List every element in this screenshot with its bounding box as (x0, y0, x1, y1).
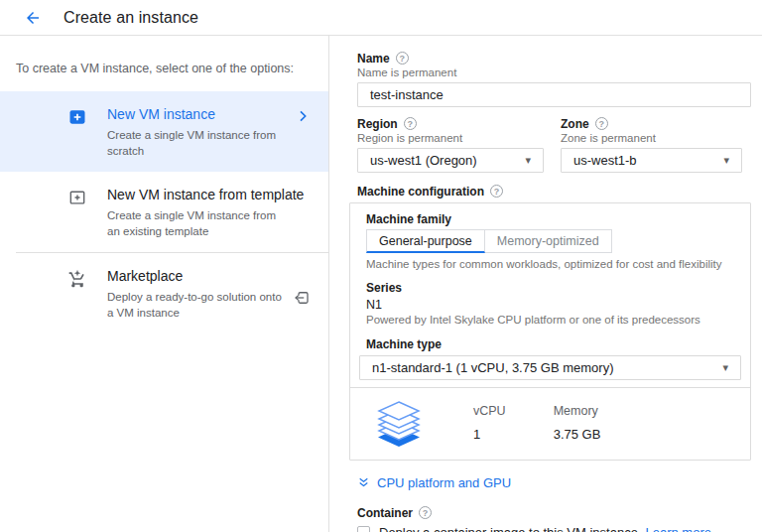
machine-configuration-panel: Machine family General-purpose Memory-op… (349, 202, 751, 461)
machine-configuration-help-icon[interactable]: ? (490, 185, 503, 198)
deploy-container-checkbox-label: Deploy a container image to this VM inst… (379, 525, 641, 532)
region-help-icon[interactable]: ? (404, 117, 417, 130)
container-label: Container (357, 506, 413, 520)
double-chevron-down-icon (357, 476, 370, 489)
machine-type-label: Machine type (366, 337, 734, 351)
machine-family-tabs: General-purpose Memory-optimized (366, 229, 734, 253)
layers-stack-icon (372, 398, 426, 448)
zone-help-icon[interactable]: ? (595, 117, 608, 130)
sidebar-item-new-vm-instance[interactable]: New VM instance Create a single VM insta… (0, 91, 328, 172)
learn-more-link[interactable]: Learn more (645, 525, 710, 532)
tab-memory-optimized[interactable]: Memory-optimized (485, 229, 612, 253)
sidebar-item-marketplace[interactable]: Marketplace Deploy a ready-to-go solutio… (0, 253, 328, 333)
options-sidebar: To create a VM instance, select one of t… (0, 36, 329, 532)
deploy-container-checkbox[interactable] (357, 526, 370, 532)
open-in-panel-icon (293, 289, 311, 307)
series-label: Series (366, 281, 734, 295)
add-vm-filled-icon (67, 107, 87, 127)
machine-type-select[interactable]: n1-standard-1 (1 vCPU, 3.75 GB memory) ▾ (359, 355, 741, 380)
series-value: N1 (366, 298, 734, 312)
add-template-icon (67, 188, 87, 207)
machine-type-select-value: n1-standard-1 (1 vCPU, 3.75 GB memory) (372, 360, 613, 375)
zone-select-value: us-west1-b (573, 153, 637, 168)
tab-general-purpose[interactable]: General-purpose (366, 229, 485, 253)
memory-value: 3.75 GB (554, 427, 601, 442)
instance-form: Name ? Name is permanent test-instance R… (329, 36, 762, 532)
region-select-value: us-west1 (Oregon) (370, 153, 477, 168)
sidebar-item-new-vm-from-template[interactable]: New VM instance from template Create a s… (0, 172, 328, 252)
sidebar-item-subtitle: Deploy a ready-to-go solution onto a VM … (107, 290, 282, 321)
dropdown-caret-icon: ▾ (525, 155, 531, 166)
zone-helper-text: Zone is permanent (561, 132, 742, 144)
cpu-platform-gpu-link-label: CPU platform and GPU (377, 475, 511, 490)
cpu-platform-gpu-expander[interactable]: CPU platform and GPU (357, 475, 511, 490)
sidebar-item-title: New VM instance from template (107, 187, 304, 202)
sidebar-item-title: Marketplace (107, 268, 282, 284)
sidebar-item-subtitle: Create a single VM instance from scratch (107, 128, 306, 159)
marketplace-cart-icon (67, 269, 87, 289)
series-helper-text: Powered by Intel Skylake CPU platform or… (366, 314, 734, 326)
back-arrow-icon[interactable] (24, 9, 42, 27)
chevron-right-icon (295, 108, 311, 124)
page-header: Create an instance (0, 0, 762, 36)
sidebar-item-subtitle: Create a single VM instance from an exis… (107, 208, 304, 239)
machine-family-helper-text: Machine types for common workloads, opti… (366, 258, 734, 270)
name-helper-text: Name is permanent (357, 66, 751, 78)
zone-select[interactable]: us-west1-b ▾ (561, 148, 742, 173)
machine-configuration-label: Machine configuration (357, 185, 484, 199)
machine-family-label: Machine family (366, 212, 734, 226)
zone-label: Zone (561, 117, 589, 131)
sidebar-intro-text: To create a VM instance, select one of t… (0, 36, 328, 91)
dropdown-caret-icon: ▾ (722, 362, 728, 373)
vcpu-value: 1 (473, 427, 506, 442)
name-help-icon[interactable]: ? (396, 52, 409, 65)
region-helper-text: Region is permanent (357, 132, 544, 144)
name-input-value: test-instance (370, 87, 444, 102)
region-label: Region (357, 117, 398, 131)
memory-label: Memory (554, 404, 601, 418)
dropdown-caret-icon: ▾ (723, 155, 729, 166)
container-help-icon[interactable]: ? (419, 506, 432, 519)
sidebar-item-title: New VM instance (107, 106, 306, 122)
machine-type-stats: vCPU 1 Memory 3.75 GB (350, 387, 750, 460)
name-label: Name (357, 52, 390, 66)
name-input[interactable]: test-instance (357, 82, 751, 107)
vcpu-label: vCPU (473, 404, 506, 418)
region-select[interactable]: us-west1 (Oregon) ▾ (357, 148, 544, 173)
page-title: Create an instance (64, 9, 198, 27)
